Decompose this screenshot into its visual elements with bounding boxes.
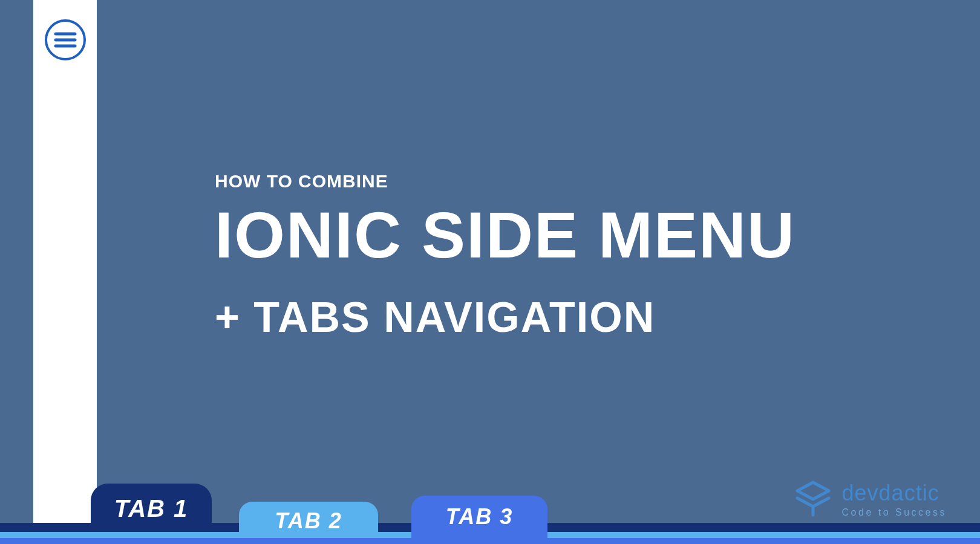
tab-3-label: TAB 3 (446, 504, 513, 529)
menu-button[interactable] (44, 18, 87, 62)
slide-stage: HOW TO COMBINE IONIC SIDE MENU + TABS NA… (0, 0, 980, 544)
headline-block: HOW TO COMBINE IONIC SIDE MENU + TABS NA… (215, 171, 795, 342)
brand-tagline: Code to Success (842, 507, 947, 518)
headline-title: IONIC SIDE MENU (215, 202, 795, 268)
tab-3[interactable]: TAB 3 (411, 496, 547, 544)
headline-eyebrow: HOW TO COMBINE (215, 171, 795, 192)
hamburger-icon (44, 18, 87, 62)
tab-2-label: TAB 2 (275, 508, 342, 534)
brand-logo: devdactic Code to Success (792, 479, 947, 520)
cube-icon (792, 479, 834, 520)
side-menu-strip (33, 0, 97, 526)
brand-name: devdactic (842, 481, 947, 506)
headline-subtitle: + TABS NAVIGATION (215, 293, 795, 342)
tab-1-label: TAB 1 (114, 495, 189, 522)
